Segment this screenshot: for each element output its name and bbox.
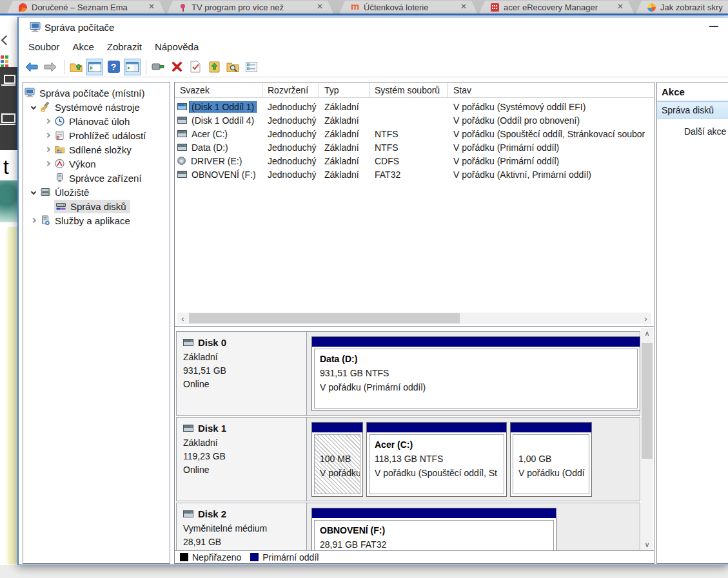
menu-napoveda[interactable]: Nápověda bbox=[155, 41, 199, 52]
tab-close-icon[interactable] bbox=[317, 2, 324, 12]
back-arrow-icon[interactable] bbox=[1, 35, 12, 46]
browser-page-background bbox=[0, 565, 728, 578]
volume-row[interactable]: OBNOVENÍ (F:) Jednoduchý Základní FAT32 … bbox=[175, 168, 654, 181]
column-header-system-souboru[interactable]: Systém souborů bbox=[369, 83, 448, 97]
partition-efi[interactable]: 100 MB V pořádku bbox=[311, 422, 363, 497]
horizontal-scrollbar[interactable]: ‹ › bbox=[177, 313, 651, 324]
tab-title: acer eRecovery Manager bbox=[504, 3, 617, 12]
tree-item-uloziste[interactable]: Úložiště bbox=[23, 185, 170, 199]
scroll-down-icon[interactable]: ∨ bbox=[641, 539, 653, 550]
actions-sprava-disku[interactable]: Správa disků bbox=[657, 101, 728, 119]
tab-close-icon[interactable] bbox=[617, 2, 625, 12]
toolbar-separator bbox=[146, 60, 146, 74]
scroll-left-icon[interactable]: ‹ bbox=[177, 313, 188, 324]
find-icon[interactable] bbox=[224, 59, 241, 75]
tree-item-label: Prohlížeč událostí bbox=[69, 130, 146, 141]
volume-row[interactable]: (Disk 1 Oddíl 4) Jednoduchý Základní V p… bbox=[175, 113, 654, 127]
back-button-icon[interactable] bbox=[23, 59, 40, 75]
disk-label[interactable]: Disk 2 Vyměnitelné médium 28,91 GB bbox=[177, 503, 307, 550]
tree-item-prohlizec-udalosti[interactable]: Prohlížeč událostí bbox=[23, 128, 170, 142]
volume-name: Data (D:) bbox=[190, 142, 230, 153]
verify-icon[interactable] bbox=[187, 59, 204, 75]
tree-item-label: Systémové nástroje bbox=[55, 102, 140, 113]
tree-item-vykon[interactable]: Výkon bbox=[23, 157, 170, 171]
legend-unallocated-label: Nepřiřazeno bbox=[192, 552, 241, 563]
browser-tab-seznam[interactable]: Doručené – Seznam Ema bbox=[7, 1, 165, 14]
help-icon[interactable] bbox=[105, 59, 122, 75]
partition-data-d[interactable]: Data (D:) 931,51 GB NTFS V pořádku (Prim… bbox=[311, 336, 640, 411]
laptop-icon bbox=[1, 113, 15, 123]
tree-item-label: Správce zařízení bbox=[69, 173, 142, 184]
column-header-stav[interactable]: Stav bbox=[448, 83, 654, 97]
disk-label[interactable]: Disk 0 Základní 931,51 GB Online bbox=[177, 332, 307, 415]
volume-row[interactable]: Data (D:) Jednoduchý Základní NTFS V poř… bbox=[175, 140, 654, 154]
vertical-scrollbar[interactable]: ∧ ∨ bbox=[641, 328, 653, 550]
tree-item-spravce-zarizeni[interactable]: Správce zařízení bbox=[23, 171, 170, 185]
tree-item-sdilene-slozky[interactable]: Sdílené složky bbox=[23, 142, 170, 157]
task-scheduler-icon bbox=[54, 116, 65, 126]
disk-label[interactable]: Disk 1 Základní 119,23 GB Online bbox=[177, 418, 307, 501]
menu-soubor[interactable]: Soubor bbox=[28, 41, 59, 52]
toolbar-separator bbox=[64, 60, 64, 74]
volume-fs: NTFS bbox=[369, 142, 448, 153]
volume-layout: Jednoduchý bbox=[262, 142, 319, 153]
chevron-right-icon[interactable] bbox=[41, 129, 54, 142]
customize-icon[interactable] bbox=[243, 59, 260, 75]
scroll-up-icon[interactable]: ∧ bbox=[641, 328, 653, 339]
volume-type: Základní bbox=[319, 102, 369, 112]
disk-size: 28,91 GB bbox=[183, 535, 306, 549]
column-header-svazek[interactable]: Svazek bbox=[175, 83, 262, 97]
browser-tab-loterie[interactable]: Účtenková loterie bbox=[339, 1, 477, 14]
browser-tab-jak-zobrazit[interactable]: Jak zobrazit skry bbox=[636, 1, 728, 14]
menu-zobrazit[interactable]: Zobrazit bbox=[107, 41, 142, 52]
chevron-down-icon[interactable] bbox=[27, 101, 40, 113]
scrollbar-thumb[interactable] bbox=[642, 343, 653, 459]
scroll-right-icon[interactable]: › bbox=[640, 313, 651, 324]
tab-close-icon[interactable] bbox=[460, 2, 468, 12]
minimize-button[interactable] bbox=[709, 26, 718, 27]
tree-item-sprava-pocitace[interactable]: Správa počítače (místní) bbox=[23, 86, 170, 100]
forward-button-icon[interactable] bbox=[42, 59, 59, 75]
up-one-level-icon[interactable] bbox=[68, 59, 84, 75]
chevron-down-icon[interactable] bbox=[27, 186, 40, 198]
column-header-typ[interactable]: Typ bbox=[319, 83, 369, 97]
browser-tab-erecovery[interactable]: acer eRecovery Manager bbox=[479, 1, 634, 14]
tab-title: TV program pro více než bbox=[192, 3, 317, 12]
volume-row[interactable]: DRIVER (E:) Jednoduchý Základní CDFS V p… bbox=[175, 154, 654, 168]
actions-dalsi-akce[interactable]: Další akce bbox=[657, 119, 728, 137]
partition-title bbox=[320, 438, 360, 452]
partition-acer-c[interactable]: Acer (C:) 118,13 GB NTFS V pořádku (Spou… bbox=[366, 422, 507, 497]
menu-akce[interactable]: Akce bbox=[72, 41, 93, 52]
tree-item-label: Úložiště bbox=[55, 187, 89, 198]
scrollbar-thumb[interactable] bbox=[189, 313, 460, 323]
tab-close-icon[interactable] bbox=[148, 2, 156, 12]
tree-item-systemove-nastroje[interactable]: Systémové nástroje bbox=[23, 100, 170, 114]
partition-recovery[interactable]: 1,00 GB V pořádku (Oddí bbox=[510, 422, 592, 497]
export-list-icon[interactable] bbox=[206, 59, 222, 75]
delete-icon[interactable] bbox=[168, 59, 185, 75]
actions-pane: Akce Správa disků Další akce bbox=[656, 82, 728, 564]
show-action-pane-icon[interactable] bbox=[124, 59, 141, 75]
chevron-right-icon[interactable] bbox=[41, 115, 54, 128]
partition-obnoveni-f[interactable]: OBNOVENÍ (F:) 28,91 GB FAT32 bbox=[311, 508, 556, 550]
volume-row[interactable]: (Disk 1 Oddíl 1) Jednoduchý Základní V p… bbox=[175, 100, 654, 113]
volume-status: V pořádku (Primární oddíl) bbox=[448, 156, 559, 166]
chevron-right-icon[interactable] bbox=[27, 214, 40, 227]
volume-row[interactable]: Acer (C:) Jednoduchý Základní NTFS V poř… bbox=[175, 127, 654, 140]
tree-item-sluzby-a-aplikace[interactable]: Služby a aplikace bbox=[23, 213, 170, 227]
column-header-rozvrzeni[interactable]: Rozvržení bbox=[262, 83, 319, 97]
remote-computer-icon[interactable] bbox=[150, 59, 166, 75]
partition-icon bbox=[177, 171, 187, 178]
partition-color-bar bbox=[312, 423, 362, 432]
chevron-right-icon[interactable] bbox=[41, 157, 54, 170]
tree-item-sprava-disku[interactable]: Správa disků bbox=[23, 199, 170, 213]
tree-item-planovac-uloh[interactable]: Plánovač úloh bbox=[23, 114, 170, 128]
browser-accent-line bbox=[0, 14, 728, 15]
disk-type: Vyměnitelné médium bbox=[183, 522, 306, 535]
disk-icon bbox=[183, 339, 193, 346]
chevron-right-icon[interactable] bbox=[41, 143, 54, 156]
title-bar[interactable]: Správa počítače bbox=[19, 17, 728, 37]
console-tree-pane: Správa počítače (místní) Systémové nástr… bbox=[23, 82, 170, 564]
show-console-tree-icon[interactable] bbox=[86, 59, 103, 75]
browser-tab-tv-program[interactable]: TV program pro více než bbox=[167, 1, 333, 14]
